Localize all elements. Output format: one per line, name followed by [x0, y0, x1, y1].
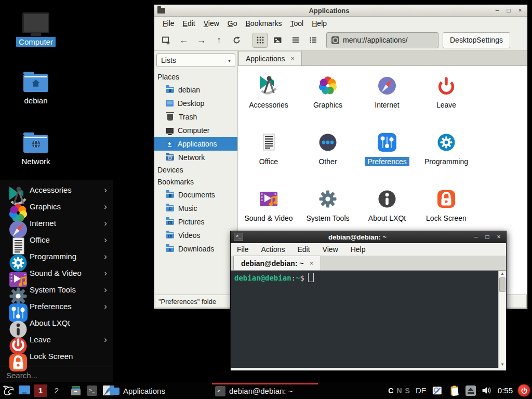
tile-graphics[interactable]: Graphics — [298, 70, 357, 127]
office-icon — [257, 130, 281, 154]
fm-tab-bar: Applications × — [238, 51, 527, 65]
back-icon[interactable]: ← — [176, 33, 191, 48]
other-icon — [316, 130, 340, 154]
clock[interactable]: 0:55 — [498, 386, 513, 395]
computer-icon — [9, 12, 63, 33]
close-button[interactable]: × — [516, 7, 524, 14]
show-desktop-button[interactable] — [18, 384, 31, 397]
tile-programming[interactable]: Programming — [417, 127, 476, 183]
task-terminal[interactable]: >_ debian@debian: ~ — [212, 383, 318, 399]
tab-applications[interactable]: Applications × — [238, 51, 302, 65]
compact-view-icon[interactable] — [288, 33, 303, 48]
sidebar-item-documents[interactable]: Documents — [156, 188, 235, 202]
menu-edit[interactable]: Edit — [179, 18, 200, 29]
minimize-button[interactable]: – — [472, 234, 480, 240]
submenu-arrow-icon: › — [104, 252, 107, 261]
thumbnail-view-icon[interactable] — [270, 33, 285, 48]
sidebar-item-trash[interactable]: Trash — [156, 110, 235, 124]
menu-file[interactable]: File — [237, 245, 249, 254]
up-icon[interactable]: ↑ — [211, 33, 227, 48]
applications-icon — [166, 140, 174, 148]
menu-help[interactable]: Help — [308, 18, 331, 29]
tile-office[interactable]: Office — [239, 127, 298, 183]
sidebar-item-desktop[interactable]: Desktop — [156, 97, 235, 110]
tab-close-icon[interactable]: × — [291, 55, 295, 62]
tile-accessories[interactable]: Accessories — [239, 70, 298, 127]
chevron-down-icon: ▾ — [228, 58, 231, 63]
keyboard-layout-indicator[interactable]: DE — [416, 386, 427, 395]
eject-tray-icon[interactable] — [466, 385, 476, 396]
terminal-scrollbar[interactable]: ▲ ▼ — [498, 271, 506, 368]
menu-edit[interactable]: Edit — [297, 245, 310, 254]
keyboard-indicator[interactable]: C N S — [388, 387, 410, 395]
sidebar-item-downloads[interactable]: Downloads — [156, 242, 235, 256]
menu-tool[interactable]: Tool — [286, 18, 308, 29]
forward-icon[interactable]: → — [194, 33, 209, 48]
menu-view[interactable]: View — [200, 18, 223, 29]
sound-video-icon — [6, 268, 17, 278]
close-button[interactable]: × — [495, 234, 503, 240]
path-segment-button[interactable]: DesktopSettings — [443, 32, 510, 48]
tab-close-icon[interactable]: × — [310, 259, 314, 267]
trash-icon — [167, 114, 173, 121]
desktop-icon-computer[interactable]: Computer — [9, 12, 63, 46]
sidebar-item-computer[interactable]: Computer — [156, 124, 235, 137]
menu-item-accessories[interactable]: Accessories › — [0, 181, 113, 198]
desktop-icon-home[interactable]: debian — [9, 72, 63, 105]
menu-actions[interactable]: Actions — [261, 245, 285, 254]
sidebar-item-pictures[interactable]: Pictures — [156, 215, 235, 229]
tile-leave[interactable]: Leave — [417, 70, 476, 127]
tab-terminal-session[interactable]: debian@debian: ~ × — [233, 256, 321, 270]
menu-view[interactable]: View — [323, 245, 338, 254]
submenu-arrow-icon: › — [104, 219, 107, 228]
menu-help[interactable]: Help — [351, 245, 366, 254]
sidebar-item-network[interactable]: Network — [156, 151, 235, 164]
location-icon — [331, 36, 339, 44]
desktop-icon — [166, 100, 174, 107]
task-applications[interactable]: Applications — [107, 383, 178, 399]
volume-tray-icon[interactable] — [481, 384, 493, 397]
accessories-icon — [6, 184, 17, 195]
lock-icon — [6, 351, 17, 361]
scroll-up-icon[interactable]: ▲ — [500, 271, 504, 277]
sidebar-item-home[interactable]: debian — [156, 83, 235, 97]
fm-titlebar[interactable]: Applications – □ × — [154, 5, 527, 17]
desktop-icon-network[interactable]: Network — [9, 132, 63, 166]
clipboard-tray-icon[interactable] — [448, 384, 461, 397]
new-tab-icon[interactable] — [158, 33, 174, 48]
scroll-down-icon[interactable]: ▼ — [500, 362, 504, 368]
power-button[interactable] — [517, 384, 530, 397]
info-icon — [6, 317, 17, 328]
app-menu-button[interactable] — [2, 384, 15, 397]
network-folder-icon — [9, 132, 63, 153]
detailed-view-icon[interactable] — [305, 33, 321, 48]
sidebar-item-music[interactable]: Music — [156, 202, 235, 215]
tile-internet[interactable]: Internet — [357, 70, 417, 127]
minimize-button[interactable]: – — [493, 7, 501, 14]
menu-bookmarks[interactable]: Bookmarks — [242, 18, 286, 29]
terminal-titlebar[interactable]: >_ debian@debian: ~ – □ × — [231, 231, 506, 243]
sidebar-item-videos[interactable]: Videos — [156, 229, 235, 242]
sidebar-item-applications[interactable]: Applications — [154, 137, 237, 151]
system-tools-icon — [6, 284, 17, 295]
screenshot-tray-icon[interactable] — [431, 384, 444, 397]
maximize-button[interactable]: □ — [504, 7, 513, 14]
terminal-screen[interactable]: debian@debian:~$ — [231, 271, 498, 368]
videos-folder-icon — [166, 232, 174, 238]
side-pane-mode-select[interactable]: Lists ▾ — [156, 54, 235, 67]
path-bar[interactable]: menu://applications/ — [326, 32, 438, 48]
menu-go[interactable]: Go — [223, 18, 242, 29]
workspace-2-button[interactable]: 2 — [50, 384, 63, 397]
terminal-launcher[interactable]: >_ — [86, 384, 98, 397]
reload-icon[interactable] — [229, 33, 244, 48]
maximize-button[interactable]: □ — [483, 234, 491, 240]
file-manager-launcher[interactable] — [70, 384, 82, 397]
tile-other[interactable]: Other — [298, 127, 357, 183]
icon-view-icon[interactable] — [252, 33, 268, 48]
terminal-window-frame — [231, 368, 506, 370]
menu-file[interactable]: File — [158, 18, 179, 29]
tile-preferences[interactable]: Preferences — [357, 127, 417, 183]
scrollbar-thumb[interactable] — [499, 277, 506, 292]
internet-icon — [375, 74, 399, 98]
workspace-1-button[interactable]: 1 — [34, 384, 47, 397]
